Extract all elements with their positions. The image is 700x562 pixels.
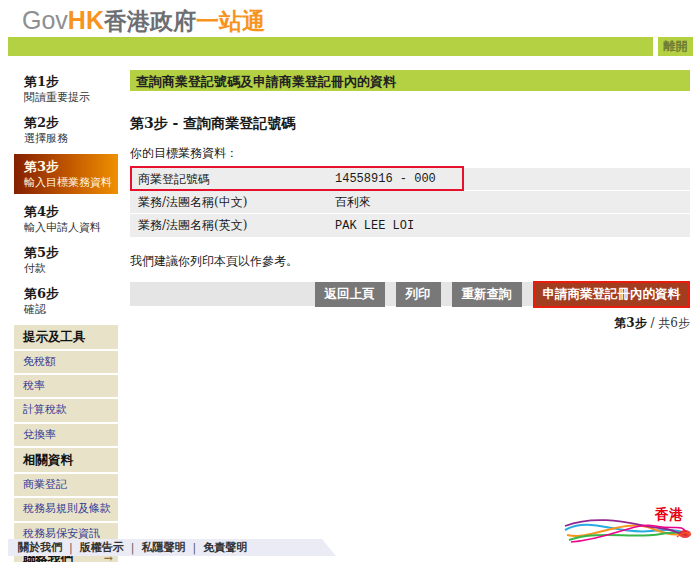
total-steps: 共6步 [658,316,690,330]
step-label: 輸入目標業務資料 [24,176,114,190]
business-details-table: 商業登記號碼 14558916 - 000 業務/法團名稱(中文) 百利來 業務… [130,168,690,237]
menu-link-tax-rates[interactable]: 稅率 [14,375,118,397]
footer-link-disclaimer[interactable]: 免責聲明 [203,540,247,555]
menu-link-business-registration[interactable]: 商業登記 [14,474,118,496]
table-row-name-chinese: 業務/法團名稱(中文) 百利來 [130,191,690,214]
footer-link-about-us[interactable]: 關於我們 [18,540,62,555]
br-number-value: 14558916 - 000 [335,172,436,186]
current-step: 第3步 [614,316,646,330]
name-chinese-label: 業務/法團名稱(中文) [130,194,335,211]
footer-links-bar: 關於我們 | 版權告示 | 私隱聲明 | 免責聲明 [8,539,336,556]
menu-header-tools: 提示及工具 [14,325,118,349]
page: GovHK香港政府一站通 離開 第1步 閱讀重要提示 第2步 選擇服務 第3步 … [0,0,700,562]
name-english-label: 業務/法團名稱(英文) [130,217,335,234]
name-english-value: PAK LEE LOI [335,219,414,233]
sidebar-step-6: 第6步 確認 [14,284,118,318]
action-button-bar: 返回上頁 列印 重新查詢 申請商業登記冊內的資料 [130,282,690,306]
page-title: 查詢商業登記號碼及申請商業登記冊內的資料 [130,70,690,91]
menu-header-related-info: 相關資料 [14,448,118,472]
footer-link-copyright[interactable]: 版權告示 [80,540,124,555]
menu-link-compute-tax[interactable]: 計算稅款 [14,399,118,421]
sidebar-step-1: 第1步 閱讀重要提示 [14,72,118,106]
step-number: 第2步 [24,114,114,132]
step-label: 輸入申請人資料 [24,221,114,235]
govhk-logo: GovHK香港政府一站通 [22,6,265,37]
intro-text: 你的目標業務資料： [130,145,690,162]
step-number: 第6步 [24,285,114,303]
step-label: 付款 [24,262,114,276]
br-number-label: 商業登記號碼 [130,171,335,188]
brand-hk-text: 香港 [654,506,684,522]
footer-separator: | [192,541,196,554]
sidebar-step-5: 第5步 付款 [14,243,118,277]
logo-hk-text: HK [68,6,104,34]
header-green-bar [8,37,653,56]
brand-hongkong-logo: 香港 [563,504,695,546]
step-label: 確認 [24,303,114,317]
menu-link-allowances[interactable]: 免稅額 [14,351,118,373]
footer-separator: | [131,541,135,554]
sidebar: 第1步 閱讀重要提示 第2步 選擇服務 第3步 輸入目標業務資料 第4步 輸入申… [14,72,118,562]
step-separator: / [650,316,654,330]
step-number: 第4步 [24,203,114,221]
logo-onestop-text: 一站通 [196,8,265,34]
sidebar-menu: 提示及工具 免稅額 稅率 計算稅款 兌換率 相關資料 商業登記 稅務易規則及條款… [14,325,118,562]
sidebar-step-4: 第4步 輸入申請人資料 [14,202,118,236]
print-suggestion-note: 我們建議你列印本頁以作參考。 [130,253,690,270]
new-search-button[interactable]: 重新查詢 [452,282,522,307]
sidebar-step-3-active: 第3步 輸入目標業務資料 [14,154,118,195]
logo-gov-text: Gov [22,6,68,34]
main-content: 查詢商業登記號碼及申請商業登記冊內的資料 第3步 - 查詢商業登記號碼 你的目標… [130,70,690,332]
step-number: 第1步 [24,73,114,91]
step-number: 第3步 [24,158,114,176]
exit-button[interactable]: 離開 [658,37,693,56]
step-label: 選擇服務 [24,132,114,146]
table-row-name-english: 業務/法團名稱(英文) PAK LEE LOI [130,214,690,237]
back-button[interactable]: 返回上頁 [315,282,385,307]
logo-chinese-text: 香港政府 [104,8,196,34]
menu-link-etax-terms[interactable]: 稅務易規則及條款 [14,498,118,520]
footer-link-privacy[interactable]: 私隱聲明 [141,540,185,555]
apply-br-extract-button[interactable]: 申請商業登記冊內的資料 [533,281,691,308]
step-indicator: 第3步 / 共6步 [130,315,690,332]
step-label: 閱讀重要提示 [24,91,114,105]
table-row-br-number: 商業登記號碼 14558916 - 000 [130,168,690,191]
print-button[interactable]: 列印 [396,282,441,307]
name-chinese-value: 百利來 [335,194,371,211]
step-number: 第5步 [24,244,114,262]
menu-link-exchange-rate[interactable]: 兌換率 [14,424,118,446]
footer-separator: | [69,541,73,554]
section-heading: 第3步 - 查詢商業登記號碼 [130,115,690,133]
sidebar-step-2: 第2步 選擇服務 [14,113,118,147]
